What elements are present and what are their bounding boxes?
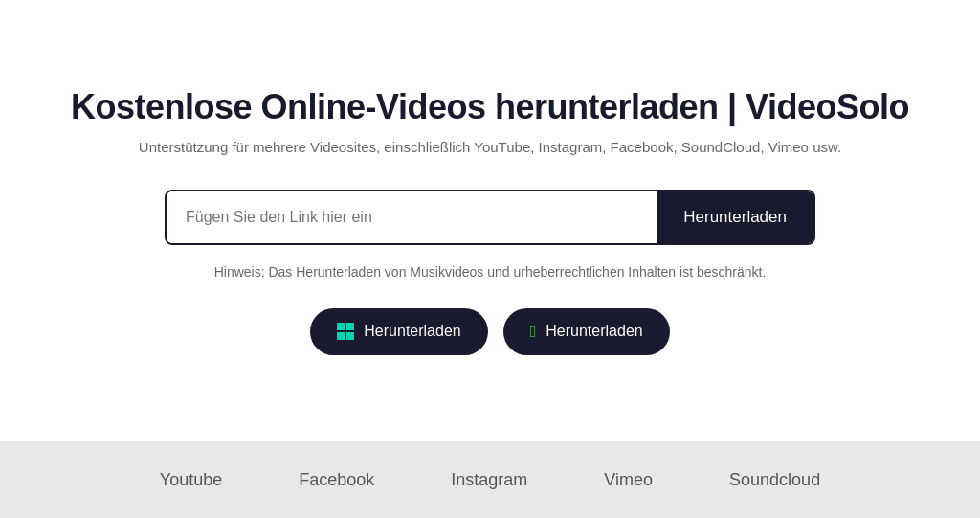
notice-text: Hinweis: Das Herunterladen von Musikvide… <box>214 264 767 280</box>
footer-link-vimeo[interactable]: Vimeo <box>604 470 653 490</box>
apple-icon:  <box>530 322 537 342</box>
download-buttons-container: Herunterladen  Herunterladen <box>310 308 669 355</box>
main-content: Kostenlose Online-Videos herunterladen |… <box>0 0 980 441</box>
windows-icon <box>337 323 354 340</box>
page-title: Kostenlose Online-Videos herunterladen |… <box>71 87 909 127</box>
footer-link-youtube[interactable]: Youtube <box>160 470 222 490</box>
mac-download-button[interactable]:  Herunterladen <box>503 308 670 355</box>
footer-link-soundcloud[interactable]: Soundcloud <box>729 470 820 490</box>
footer-link-facebook[interactable]: Facebook <box>299 470 374 490</box>
windows-download-button[interactable]: Herunterladen <box>310 308 487 355</box>
search-input[interactable] <box>167 191 657 243</box>
mac-download-label: Herunterladen <box>546 323 642 340</box>
footer-link-instagram[interactable]: Instagram <box>451 470 527 490</box>
search-button[interactable]: Herunterladen <box>657 191 813 243</box>
footer-bar: Youtube Facebook Instagram Vimeo Soundcl… <box>0 441 980 518</box>
windows-grid <box>337 323 354 340</box>
subtitle: Unterstützung für mehrere Videosites, ei… <box>139 139 841 155</box>
windows-download-label: Herunterladen <box>364 323 460 340</box>
search-bar: Herunterladen <box>165 190 815 245</box>
